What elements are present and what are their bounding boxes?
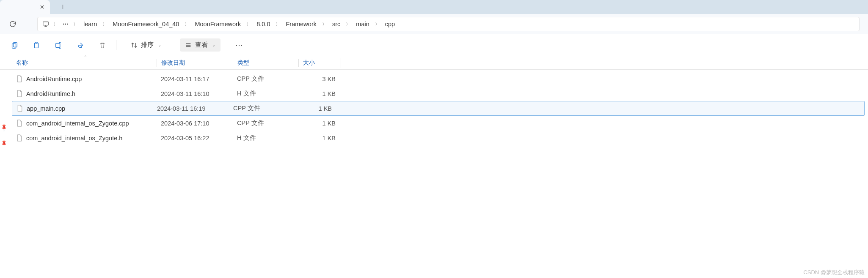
breadcrumb-item[interactable]: MoonFramework_04_40 <box>111 21 181 27</box>
breadcrumb-item[interactable]: 8.0.0 <box>255 21 272 27</box>
file-size: 1 KB <box>298 90 341 97</box>
chevron-right-icon: 〉 <box>245 21 252 27</box>
breadcrumb-item[interactable]: src <box>331 21 342 27</box>
column-headers: ⌃ 名称 修改日期 类型 大小 <box>0 56 868 70</box>
file-name: AndroidRuntime.h <box>26 90 75 97</box>
delete-icon[interactable] <box>98 41 107 49</box>
file-modified: 2024-03-11 16:10 <box>157 90 233 97</box>
file-type: CPP 文件 <box>233 75 298 83</box>
active-tab[interactable] <box>0 0 50 14</box>
breadcrumb-overflow[interactable]: ⋯ <box>62 21 69 27</box>
file-modified: 2024-03-11 16:17 <box>157 76 233 82</box>
chevron-right-icon: 〉 <box>52 21 59 27</box>
sort-button[interactable]: 排序 ⌄ <box>126 38 166 52</box>
file-row[interactable]: AndroidRuntime.cpp 2024-03-11 16:17 CPP … <box>0 71 868 86</box>
file-name: com_android_internal_os_Zygote.cpp <box>26 120 129 127</box>
svg-rect-3 <box>35 43 39 48</box>
svg-rect-1 <box>12 44 16 48</box>
chevron-down-icon: ⌄ <box>212 43 215 47</box>
monitor-icon <box>42 20 50 28</box>
sort-indicator-icon: ⌃ <box>84 55 87 59</box>
file-row[interactable]: com_android_internal_os_Zygote.cpp 2024-… <box>0 116 868 131</box>
file-type: H 文件 <box>233 134 298 142</box>
file-type: H 文件 <box>233 90 298 98</box>
svg-rect-5 <box>56 43 60 47</box>
header-modified[interactable]: 修改日期 <box>157 59 233 67</box>
file-modified: 2024-03-05 16:22 <box>157 135 233 142</box>
file-name: app_main.cpp <box>27 105 65 112</box>
file-size: 1 KB <box>295 105 337 112</box>
chevron-right-icon: 〉 <box>183 21 190 27</box>
file-type: CPP 文件 <box>233 119 298 127</box>
header-name[interactable]: 名称 <box>16 59 157 67</box>
toolbar: 排序 ⌄ 查看 ⌄ ⋯ <box>0 34 868 56</box>
file-row[interactable]: com_android_internal_os_Zygote.h 2024-03… <box>0 131 868 145</box>
breadcrumb[interactable]: 〉 ⋯ 〉 learn 〉 MoonFramework_04_40 〉 Moon… <box>37 17 860 31</box>
copy-icon[interactable] <box>10 41 19 49</box>
tab-bar <box>0 0 868 14</box>
divider <box>116 40 116 50</box>
more-button[interactable]: ⋯ <box>235 41 244 50</box>
file-type: CPP 文件 <box>229 104 295 112</box>
file-list: 📌 📌 AndroidRuntime.cpp 2024-03-11 16:17 … <box>0 70 868 145</box>
breadcrumb-item[interactable]: MoonFramework <box>193 21 242 27</box>
file-row[interactable]: app_main.cpp 2024-03-11 16:19 CPP 文件 1 K… <box>12 101 865 116</box>
refresh-button[interactable] <box>8 20 17 28</box>
divider <box>341 58 341 68</box>
nav-bar: 〉 ⋯ 〉 learn 〉 MoonFramework_04_40 〉 Moon… <box>0 14 868 34</box>
header-size[interactable]: 大小 <box>298 59 341 67</box>
paste-icon[interactable] <box>32 41 41 49</box>
file-name: com_android_internal_os_Zygote.h <box>26 135 122 142</box>
sort-label: 排序 <box>141 41 154 49</box>
file-icon <box>16 90 23 98</box>
file-size: 1 KB <box>298 120 341 127</box>
divider <box>230 40 230 50</box>
file-size: 1 KB <box>298 135 341 142</box>
chevron-right-icon: 〉 <box>344 21 352 27</box>
view-button[interactable]: 查看 ⌄ <box>180 38 220 52</box>
share-icon[interactable] <box>76 41 85 49</box>
close-tab-icon[interactable] <box>38 3 46 11</box>
file-name: AndroidRuntime.cpp <box>26 76 82 82</box>
view-label: 查看 <box>195 41 208 49</box>
file-size: 3 KB <box>298 76 341 82</box>
svg-rect-2 <box>13 42 17 47</box>
chevron-right-icon: 〉 <box>274 21 281 27</box>
chevron-right-icon: 〉 <box>321 21 328 27</box>
file-row[interactable]: AndroidRuntime.h 2024-03-11 16:10 H 文件 1… <box>0 86 868 101</box>
file-icon <box>16 134 23 142</box>
file-icon <box>16 75 23 83</box>
file-modified: 2024-03-11 16:19 <box>153 105 229 112</box>
new-tab-button[interactable] <box>55 0 70 14</box>
file-modified: 2024-03-06 17:10 <box>157 120 233 127</box>
breadcrumb-item[interactable]: main <box>354 21 371 27</box>
chevron-right-icon: 〉 <box>72 21 79 27</box>
chevron-right-icon: 〉 <box>101 21 108 27</box>
header-type[interactable]: 类型 <box>233 59 298 67</box>
rename-icon[interactable] <box>54 41 63 49</box>
breadcrumb-item[interactable]: learn <box>82 21 99 27</box>
chevron-right-icon: 〉 <box>374 21 381 27</box>
file-icon <box>17 104 23 113</box>
chevron-down-icon: ⌄ <box>158 43 161 47</box>
breadcrumb-item[interactable]: Framework <box>284 21 318 27</box>
svg-rect-0 <box>43 22 48 25</box>
file-icon <box>16 119 23 128</box>
breadcrumb-item[interactable]: cpp <box>383 21 397 27</box>
